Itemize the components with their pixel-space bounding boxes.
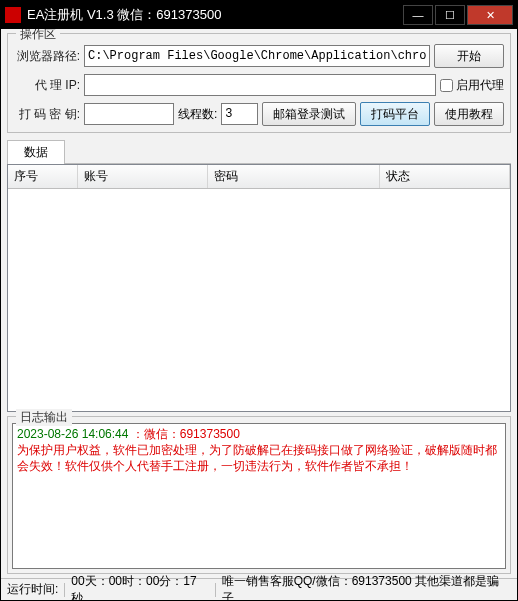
titlebar: EA注册机 V1.3 微信：691373500 — ☐ ✕ (1, 1, 517, 29)
data-grid: 序号 账号 密码 状态 (7, 164, 511, 412)
operate-group-title: 操作区 (16, 29, 60, 43)
start-button[interactable]: 开始 (434, 44, 504, 68)
client-area: 操作区 浏览器路径: 开始 代 理 IP: 启用代理 打 码 密 钥: 线程数: (1, 29, 517, 578)
maximize-button[interactable]: ☐ (435, 5, 465, 25)
app-icon (5, 7, 21, 23)
col-status[interactable]: 状态 (380, 165, 510, 188)
browser-path-input[interactable] (84, 45, 430, 67)
key-input[interactable] (84, 103, 174, 125)
contact-text: 唯一销售客服QQ/微信：691373500 其他渠道都是骗子 (222, 573, 511, 602)
mail-test-button[interactable]: 邮箱登录测试 (262, 102, 356, 126)
tabstrip: 数据 (7, 139, 511, 164)
runtime-value: 00天：00时：00分：17秒 (71, 573, 208, 602)
key-label: 打 码 密 钥: (14, 106, 80, 123)
runtime-label: 运行时间: (7, 581, 58, 598)
statusbar: 运行时间: 00天：00时：00分：17秒 唯一销售客服QQ/微信：691373… (1, 578, 517, 600)
col-password[interactable]: 密码 (208, 165, 380, 188)
close-button[interactable]: ✕ (467, 5, 513, 25)
platform-button[interactable]: 打码平台 (360, 102, 430, 126)
tutorial-button[interactable]: 使用教程 (434, 102, 504, 126)
log-textarea[interactable]: 2023-08-26 14:06:44 ：微信：691373500为保护用户权益… (12, 423, 506, 569)
tab-data[interactable]: 数据 (7, 140, 65, 164)
enable-proxy-box[interactable] (440, 79, 453, 92)
proxy-ip-input[interactable] (84, 74, 436, 96)
status-sep (64, 583, 65, 597)
col-index[interactable]: 序号 (8, 165, 78, 188)
operate-group: 操作区 浏览器路径: 开始 代 理 IP: 启用代理 打 码 密 钥: 线程数: (7, 33, 511, 133)
grid-header: 序号 账号 密码 状态 (8, 165, 510, 189)
minimize-button[interactable]: — (403, 5, 433, 25)
enable-proxy-label: 启用代理 (456, 77, 504, 94)
thread-label: 线程数: (178, 106, 217, 123)
proxy-ip-label: 代 理 IP: (14, 77, 80, 94)
status-sep2 (215, 583, 216, 597)
enable-proxy-checkbox[interactable]: 启用代理 (440, 77, 504, 94)
app-window: EA注册机 V1.3 微信：691373500 — ☐ ✕ 操作区 浏览器路径:… (0, 0, 518, 601)
thread-input[interactable] (221, 103, 258, 125)
browser-path-label: 浏览器路径: (14, 48, 80, 65)
grid-body[interactable] (8, 189, 510, 411)
log-title: 日志输出 (16, 409, 72, 426)
col-account[interactable]: 账号 (78, 165, 208, 188)
log-group: 日志输出 2023-08-26 14:06:44 ：微信：691373500为保… (7, 416, 511, 574)
window-title: EA注册机 V1.3 微信：691373500 (27, 6, 401, 24)
